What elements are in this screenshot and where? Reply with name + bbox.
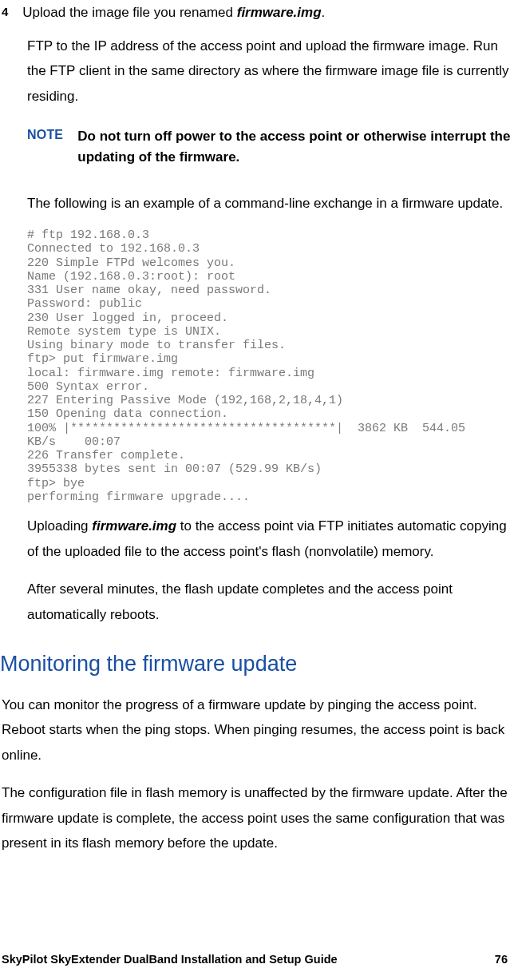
step-title-prefix: Upload the image file you renamed: [22, 5, 236, 20]
step-number: 4: [2, 3, 8, 22]
step-row: 4 Upload the image file you renamed firm…: [0, 3, 514, 22]
upload-prefix: Uploading: [27, 518, 92, 534]
footer-page-number: 76: [495, 951, 508, 967]
step-title-suffix: .: [322, 5, 326, 20]
page-footer: SkyPilot SkyExtender DualBand Installati…: [2, 951, 508, 967]
example-intro: The following is an example of a command…: [27, 191, 511, 216]
reboot-para: After several minutes, the flash update …: [27, 577, 511, 627]
note-block: NOTE Do not turn off power to the access…: [27, 126, 511, 169]
upload-para: Uploading firmware.img to the access poi…: [27, 514, 511, 564]
monitor-para-1: You can monitor the progress of a firmwa…: [2, 692, 511, 768]
step-title-filename: firmware.img: [237, 5, 322, 20]
note-label: NOTE: [27, 126, 63, 169]
section-heading: Monitoring the firmware update: [0, 649, 514, 680]
note-body: Do not turn off power to the access poin…: [77, 126, 511, 169]
upload-filename: firmware.img: [92, 518, 176, 534]
code-example: # ftp 192.168.0.3 Connected to 192.168.0…: [27, 228, 511, 504]
footer-title: SkyPilot SkyExtender DualBand Installati…: [2, 951, 338, 967]
monitor-para-2: The configuration file in flash memory i…: [2, 780, 511, 855]
step-title: Upload the image file you renamed firmwa…: [22, 3, 325, 22]
step-content: FTP to the IP address of the access poin…: [27, 34, 511, 627]
step-description: FTP to the IP address of the access poin…: [27, 34, 511, 109]
